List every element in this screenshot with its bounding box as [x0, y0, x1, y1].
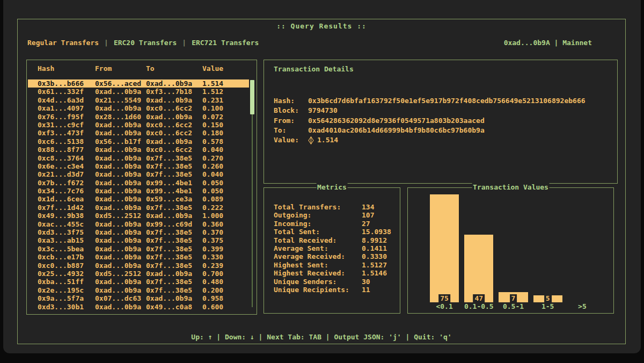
metric-label: Total Sent: [274, 228, 362, 236]
transaction-details-panel: Transaction Details Hash:0x3b6cd7d6bfaf1… [264, 60, 618, 184]
cell: 0x7f...38e5 [146, 204, 202, 212]
table-row[interactable]: 0x25...49320xd5...25120xad...0b9a0.700 [28, 270, 249, 278]
table-scrollbar[interactable] [250, 80, 254, 307]
detail-field: Value:1.514 [274, 135, 614, 145]
metric-value: 8.9912 [362, 236, 387, 244]
metric-row: Incoming:27 [274, 220, 397, 228]
cell: 0xa1...4097 [38, 104, 95, 112]
cell: 0xba...51ff [38, 278, 95, 286]
table-row[interactable]: 0xac...455c0xad...0b9a0x99...c69d0.360 [28, 220, 249, 228]
cell: 0x7f...1d42 [38, 204, 95, 212]
chart-slot: 75<0.1 [427, 188, 462, 311]
detail-field: Hash:0x3b6cd7d6bfaf163792f50e1ef5e917b97… [274, 96, 614, 106]
table-row[interactable]: 0xcb...e17b0xad...0b9a0x7f...38e50.330 [28, 253, 249, 261]
metric-value: 107 [362, 211, 374, 219]
table-row[interactable]: 0xc0...b8870xad...0b9a0x7f...38e50.239 [28, 262, 249, 270]
field-value-text: 0x564286362092d8e7936f0549571a803b203aac… [308, 116, 485, 126]
cell: 0x4d...6a3d [38, 96, 95, 104]
cell: 0xad...0b9a [146, 137, 202, 146]
column-header-hash: Hash [38, 64, 95, 72]
table-row[interactable]: 0xd3...3f750xad...0b9a0x7f...38e50.370 [28, 228, 249, 236]
cell: 0xad...0b9a [95, 278, 146, 286]
metric-row: Unique Senders:30 [274, 278, 397, 286]
cell: 0x7f...38e5 [146, 262, 202, 270]
tab-regular-transfers[interactable]: Regular Transfers [27, 39, 99, 47]
metric-row: Total Transfers:134 [274, 203, 397, 211]
axis-tick-label: 1-5 [531, 302, 565, 311]
query-results-panel: :: Query Results :: Regular Transfers|ER… [17, 19, 626, 344]
table-row[interactable]: 0x7b...f6720xad...0b9a0x99...4be10.050 [28, 179, 249, 187]
field-value: 9794730 [308, 106, 338, 115]
table-row[interactable]: 0x2e...195c0xad...0b9a0x7f...38e50.200 [28, 286, 249, 294]
table-row[interactable]: 0xa1...40970xad...0b9a0xc0...6cc20.100 [28, 104, 249, 112]
table-row[interactable]: 0x7f...1d420xad...0b9a0x7f...38e50.222 [28, 204, 249, 212]
detail-field: To:0xad4010ac206b14d66999b4bf9b80c6bc97b… [274, 126, 614, 135]
table-row[interactable]: 0xc6...51380x56...b17f0xad...0b9a0.578 [28, 137, 249, 146]
tab-erc721-transfers[interactable]: ERC721 Transfers [192, 39, 259, 47]
cell: 0xad...0b9a [146, 212, 202, 220]
field-value: 0x3b6cd7d6bfaf163792f50e1ef5e917b972f408… [308, 96, 586, 106]
cell: 0.040 [202, 170, 249, 178]
scrollbar-thumb[interactable] [250, 80, 254, 114]
field-value-text: 0xad4010ac206b14d66999b4bf9b80c6bc97b60b… [308, 126, 485, 135]
table-row[interactable]: 0x3b...b6660x56...aced0xad...0b9a1.514 [28, 79, 249, 88]
table-row[interactable]: 0x61...332f0xad...0b9a0xf3...7b181.512 [28, 88, 249, 96]
table-row[interactable]: 0x21...d3d70xad...0b9a0x7f...38e50.040 [28, 170, 249, 178]
table-row[interactable]: 0x31...c9cf0xad...0b9a0xc0...6cc20.150 [28, 121, 249, 129]
cell: 1.512 [202, 88, 249, 96]
tab-bar: Regular Transfers|ERC20 Transfers|ERC721… [27, 39, 259, 47]
table-row[interactable]: 0xd3...30b10xad...0b9a0x49...c0a80.600 [28, 303, 249, 311]
cell: 0x88...8f77 [38, 146, 95, 154]
cell: 0x07...dc63 [95, 294, 146, 302]
table-row[interactable]: 0x34...7c760xad...0b9a0x99...4be10.050 [28, 187, 249, 195]
cell: 0x99...c69d [146, 220, 202, 228]
cell: 0xad...0b9a [95, 88, 146, 96]
chart-slot: >5 [565, 188, 599, 311]
axis-tick-label: 0.1-0.5 [462, 302, 496, 311]
cell: 0.239 [202, 262, 249, 270]
metrics-title: Metrics [316, 183, 348, 192]
cell: 0x49...9b38 [38, 212, 95, 220]
metric-value: 11 [362, 286, 370, 294]
table-row[interactable]: 0x4d...6a3d0x21...55490xad...0b9a0.231 [28, 96, 249, 104]
details-title: Transaction Details [274, 65, 354, 73]
cell: 0xad...0b9a [146, 79, 202, 88]
table-row[interactable]: 0xa3...ab150xad...0b9a0x7f...38e50.375 [28, 236, 249, 244]
cell: 0xad...0b9a [95, 179, 146, 187]
table-row[interactable]: 0x3c...5bea0xad...0b9a0x7f...38e50.399 [28, 245, 249, 253]
table-row[interactable]: 0x1d...6cea0xad...0b9a0x59...ce3a0.089 [28, 195, 249, 203]
cell: 0xf3...7b18 [146, 88, 202, 96]
table-row[interactable]: 0x76...f95f0x28...1d600xad...0b9a0.072 [28, 113, 249, 121]
cell: 0.375 [202, 236, 249, 244]
field-label: Value: [274, 135, 308, 145]
field-label: Hash: [274, 96, 308, 106]
table-row[interactable]: 0x49...9b380xd5...25120xad...0b9a1.000 [28, 212, 249, 220]
cell: 0.370 [202, 228, 249, 236]
table-row[interactable]: 0xba...51ff0xad...0b9a0x7f...38e50.480 [28, 278, 249, 286]
cell: 0x49...c0a8 [146, 303, 202, 311]
metric-value: 1.5146 [362, 269, 387, 277]
cell: 0.270 [202, 154, 249, 162]
tab-erc20-transfers[interactable]: ERC20 Transfers [114, 39, 177, 47]
table-row[interactable]: 0xc8...37640xad...0b9a0x7f...38e50.270 [28, 154, 249, 162]
cell: 0xad...0b9a [95, 253, 146, 261]
cell: 0.480 [202, 278, 249, 286]
table-row[interactable]: 0x6e...c3e40xad...0b9a0x7f...38e50.260 [28, 162, 249, 170]
table-row[interactable]: 0x9a...5f7a0x07...dc630xad...0b9a0.958 [28, 294, 249, 302]
tab-separator: | [182, 39, 186, 47]
chart-bar [464, 235, 493, 302]
metric-value: 134 [362, 203, 374, 211]
metric-label: Highest Sent: [274, 261, 362, 269]
metric-label: Unique Senders: [274, 278, 362, 286]
cell: 0xad...0b9a [95, 170, 146, 178]
cell: 0x7f...38e5 [146, 286, 202, 294]
table-row[interactable]: 0x88...8f770xad...0b9a0xc0...6cc20.040 [28, 146, 249, 154]
metric-value: 15.0938 [362, 228, 391, 236]
metric-row: Average Sent:0.1411 [274, 244, 397, 252]
cell: 1.514 [202, 79, 249, 88]
column-header-to: To [146, 64, 202, 72]
cell: 0xc0...b887 [38, 262, 95, 270]
metric-label: Total Transfers: [274, 203, 362, 211]
table-row[interactable]: 0xf3...473f0xad...0b9a0xc0...6cc20.180 [28, 129, 249, 137]
cell: 0.600 [202, 303, 249, 311]
